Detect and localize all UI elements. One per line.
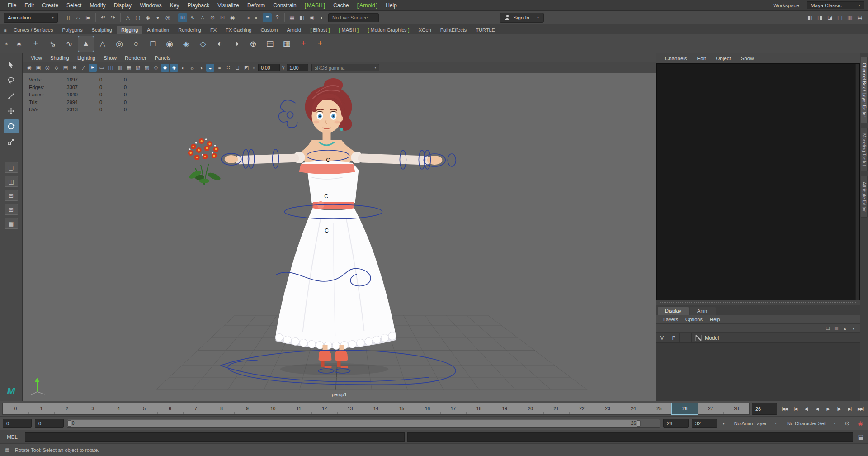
xray-icon[interactable]: ◻ — [233, 64, 241, 72]
safe-action-icon[interactable]: ▧ — [134, 64, 142, 72]
insert-joint-icon[interactable]: + — [28, 36, 43, 52]
channel-box-menu-item[interactable]: Edit — [693, 56, 710, 61]
pose-editor-icon[interactable]: ▤ — [262, 36, 278, 52]
shelf-tab[interactable]: Arnold — [282, 26, 306, 34]
shelf-menu-icon[interactable]: ≡ — [2, 27, 9, 34]
create-box-control-icon[interactable]: □ — [145, 36, 160, 52]
move-layer-down-icon[interactable]: ▾ — [850, 325, 857, 332]
channel-box-menu-item[interactable]: Object — [712, 56, 735, 61]
shelf-editor-gear-icon[interactable]: ∗ — [3, 40, 10, 48]
selection-mask-icon[interactable]: ▾ — [153, 13, 162, 22]
bookmarks-icon[interactable]: ◇ — [52, 64, 61, 72]
save-scene-icon[interactable]: ▣ — [84, 13, 93, 22]
menu-item[interactable]: Modify — [85, 2, 109, 9]
snap-to-grid-icon[interactable]: ⊞ — [178, 13, 187, 22]
layer-editor-menu-item[interactable]: Layers — [660, 317, 681, 322]
make-live-icon[interactable]: ◉ — [228, 13, 237, 22]
step-forward-frame-button[interactable]: |▶ — [834, 403, 844, 415]
dock-tab[interactable]: Modeling Toolkit — [861, 128, 868, 172]
toggle-outliner-icon[interactable]: ▤ — [855, 13, 864, 22]
shelf-tab[interactable]: MASH — [335, 26, 363, 34]
ipr-render-icon[interactable]: ◉ — [307, 13, 316, 22]
gamma-field[interactable]: 1.00 — [287, 64, 308, 71]
frame-cell[interactable]: 22 — [569, 403, 595, 414]
select-camera-icon[interactable]: ◉ — [25, 64, 33, 72]
ik-handle-icon[interactable]: ⇘ — [45, 36, 60, 52]
dock-tab[interactable]: Attribute Editor — [861, 176, 868, 218]
move-layer-up-icon[interactable]: ▴ — [841, 325, 849, 332]
mel-input[interactable] — [25, 432, 405, 442]
move-tool-button[interactable] — [4, 104, 19, 118]
frame-cell[interactable]: 18 — [466, 403, 492, 414]
menu-item[interactable]: Deform — [243, 2, 269, 9]
rotate-tool-button[interactable] — [4, 119, 19, 133]
panel-menu-item[interactable]: Renderer — [121, 55, 150, 61]
isolate-select-icon[interactable]: ◩ — [242, 64, 250, 72]
go-to-start-button[interactable]: |◀◀ — [779, 403, 790, 415]
layer-editor-tab[interactable]: Anim — [690, 307, 716, 315]
quick-help-icon[interactable]: ▦ — [4, 446, 11, 454]
menu-item[interactable]: MASH — [301, 2, 329, 9]
grease-pencil-icon[interactable]: ∕ — [80, 64, 88, 72]
layer-row[interactable]: V P Model — [656, 333, 860, 343]
layer-display-type-toggle[interactable] — [680, 333, 692, 342]
add-muscle-icon[interactable]: + — [296, 36, 311, 52]
unbind-skin-icon[interactable]: ◇ — [195, 36, 211, 52]
render-settings-icon[interactable]: ◐ — [317, 13, 326, 22]
create-joint-icon[interactable]: ∗ — [11, 36, 27, 52]
ik-spline-handle-icon[interactable]: ∿ — [61, 36, 77, 52]
frame-cell[interactable]: 7 — [183, 403, 209, 414]
lock-camera-icon[interactable]: ▣ — [34, 64, 42, 72]
chevron-down-icon[interactable]: ▾ — [720, 421, 727, 426]
quick-rig-icon[interactable]: ▲ — [78, 36, 94, 52]
range-slider-bar[interactable]: 0 26 — [68, 420, 640, 427]
panel-menu-item[interactable]: View — [27, 55, 46, 61]
gate-mask-icon[interactable]: ▥ — [116, 64, 124, 72]
create-sphere-control-icon[interactable]: ◉ — [162, 36, 177, 52]
frame-cell[interactable]: 13 — [337, 403, 363, 414]
channel-box-menu-item[interactable]: Show — [737, 56, 758, 61]
shelf-tab[interactable]: FX Caching — [221, 26, 256, 34]
toggle-humanik-icon[interactable]: ◨ — [816, 13, 825, 22]
frame-cell[interactable]: 0 — [3, 403, 28, 414]
frame-cell[interactable]: 20 — [518, 403, 543, 414]
new-layer-from-selected-icon[interactable]: ▥ — [833, 325, 840, 332]
time-slider[interactable]: 0123456789101112131415161718192021222324… — [2, 403, 750, 415]
frame-cell[interactable]: 28 — [723, 403, 749, 414]
shelf-tab[interactable]: Bifrost — [306, 26, 334, 34]
shelf-tab[interactable]: Curves / Surfaces — [9, 26, 57, 34]
shelf-tab[interactable]: Custom — [256, 26, 283, 34]
step-forward-key-button[interactable]: ▶| — [844, 403, 855, 415]
mel-result-field[interactable] — [407, 432, 853, 442]
image-plane-icon[interactable]: ▤ — [61, 64, 70, 72]
select-by-component-icon[interactable]: ◈ — [143, 13, 152, 22]
frame-cell[interactable]: 27 — [698, 403, 723, 414]
menu-item[interactable]: Edit — [20, 2, 38, 9]
script-editor-icon[interactable]: ▤ — [856, 432, 866, 442]
frame-cell[interactable]: 11 — [286, 403, 311, 414]
select-tool-button[interactable] — [4, 58, 19, 71]
toggle-attribute-editor-icon[interactable]: ◫ — [835, 13, 844, 22]
shelf-tab[interactable]: PaintEffects — [436, 26, 472, 34]
menu-item[interactable]: Arnold — [353, 2, 382, 9]
shelf-tab[interactable]: Sculpting — [87, 26, 117, 34]
create-circle-control-icon[interactable]: ○ — [128, 36, 144, 52]
shape-editor-icon[interactable]: ▦ — [279, 36, 294, 52]
scene-3d[interactable]: C C C — [23, 73, 656, 401]
frame-cell[interactable]: 12 — [311, 403, 337, 414]
layout-outliner-persp-button[interactable]: ▦ — [5, 218, 18, 229]
redo-icon[interactable]: ↷ — [108, 13, 118, 22]
frame-cell[interactable]: 2 — [54, 403, 80, 414]
layer-editor-menu-item[interactable]: Help — [707, 317, 723, 322]
menu-item[interactable]: Visualize — [213, 2, 243, 9]
play-backwards-button[interactable]: ◀ — [812, 403, 822, 415]
step-back-frame-button[interactable]: ◀| — [801, 403, 811, 415]
current-time-field[interactable]: 26 — [752, 403, 777, 415]
panel-menu-item[interactable]: Show — [100, 55, 120, 61]
shadows-icon[interactable]: ◑ — [197, 64, 205, 72]
frame-cell[interactable]: 8 — [209, 403, 235, 414]
open-render-view-icon[interactable]: ▦ — [288, 13, 297, 22]
film-gate-icon[interactable]: ▭ — [98, 64, 106, 72]
output-connections-icon[interactable]: ⇤ — [253, 13, 262, 22]
range-slider[interactable]: 0 26 — [67, 419, 660, 428]
